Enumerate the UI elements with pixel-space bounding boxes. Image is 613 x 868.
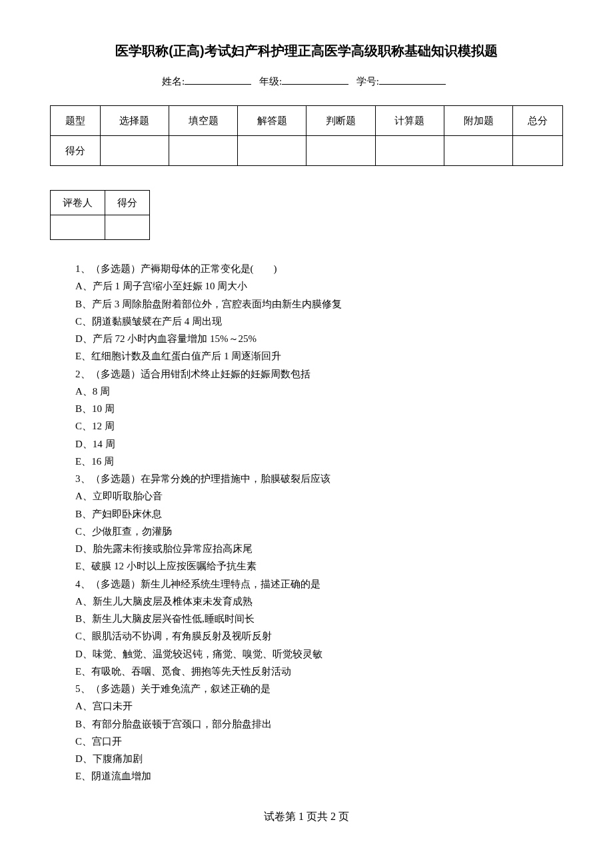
- table-row: 评卷人 得分: [51, 191, 150, 215]
- table-row: [51, 215, 150, 240]
- grader-score-cell[interactable]: [105, 215, 150, 240]
- table-row: 题型 选择题 填空题 解答题 判断题 计算题 附加题 总分: [51, 106, 563, 136]
- question-line: B、新生儿大脑皮层兴奋性低,睡眠时间长: [75, 610, 563, 627]
- question-line: A、立即听取胎心音: [75, 487, 563, 505]
- question-line: 2、（多选题）适合用钳刮术终止妊娠的妊娠周数包括: [75, 365, 563, 383]
- questions-block: 1、（多选题）产褥期母体的正常变化是( ) A、产后 1 周子宫缩小至妊娠 10…: [75, 260, 563, 785]
- question-line: E、有吸吮、吞咽、觅食、拥抱等先天性反射活动: [75, 663, 563, 680]
- question-line: C、宫口开: [75, 733, 563, 750]
- name-blank[interactable]: [185, 74, 251, 85]
- header-cell: 附加题: [444, 106, 513, 136]
- question-line: C、12 周: [75, 417, 563, 435]
- question-line: B、产后 3 周除胎盘附着部位外，宫腔表面均由新生内膜修复: [75, 295, 563, 313]
- header-cell: 题型: [51, 106, 101, 136]
- header-cell: 解答题: [238, 106, 306, 136]
- question-line: 5、（多选题）关于难免流产，叙述正确的是: [75, 680, 563, 697]
- id-label: 学号:: [356, 76, 379, 87]
- question-line: D、产后 72 小时内血容量增加 15%～25%: [75, 330, 563, 347]
- question-line: A、产后 1 周子宫缩小至妊娠 10 周大小: [75, 277, 563, 295]
- question-line: E、破膜 12 小时以上应按医嘱给予抗生素: [75, 557, 563, 575]
- score-cell[interactable]: [444, 136, 513, 166]
- question-line: D、胎先露未衔接或胎位异常应抬高床尾: [75, 540, 563, 557]
- header-cell: 选择题: [100, 106, 169, 136]
- id-blank[interactable]: [379, 74, 446, 85]
- question-line: C、阴道黏膜皱襞在产后 4 周出现: [75, 313, 563, 330]
- question-line: D、14 周: [75, 435, 563, 453]
- question-line: B、产妇即卧床休息: [75, 505, 563, 523]
- question-line: 3、（多选题）在异常分娩的护理措施中，胎膜破裂后应该: [75, 470, 563, 487]
- question-line: E、16 周: [75, 453, 563, 470]
- question-line: C、少做肛查，勿灌肠: [75, 523, 563, 540]
- question-line: B、有部分胎盘嵌顿于宫颈口，部分胎盘排出: [75, 715, 563, 733]
- name-label: 姓名:: [162, 76, 185, 87]
- score-cell[interactable]: [169, 136, 237, 166]
- table-row: 得分: [51, 136, 563, 166]
- question-line: 4、（多选题）新生儿神经系统生理特点，描述正确的是: [75, 575, 563, 593]
- question-line: A、宫口未开: [75, 697, 563, 715]
- score-cell[interactable]: [100, 136, 169, 166]
- grader-label: 评卷人: [51, 191, 105, 215]
- question-line: A、新生儿大脑皮层及椎体束未发育成熟: [75, 593, 563, 610]
- student-info-row: 姓名: 年级: 学号:: [50, 73, 563, 89]
- score-cell[interactable]: [513, 136, 563, 166]
- header-cell: 判断题: [306, 106, 375, 136]
- grader-score-label: 得分: [105, 191, 150, 215]
- score-table: 题型 选择题 填空题 解答题 判断题 计算题 附加题 总分 得分: [50, 105, 563, 166]
- question-line: E、红细胞计数及血红蛋白值产后 1 周逐渐回升: [75, 347, 563, 365]
- page-title: 医学职称(正高)考试妇产科护理正高医学高级职称基础知识模拟题: [50, 40, 563, 61]
- question-line: B、10 周: [75, 400, 563, 417]
- question-line: D、下腹痛加剧: [75, 750, 563, 767]
- grade-blank[interactable]: [282, 74, 348, 85]
- grade-label: 年级:: [259, 76, 282, 87]
- score-cell[interactable]: [375, 136, 444, 166]
- grader-cell[interactable]: [51, 215, 105, 240]
- header-cell: 总分: [513, 106, 563, 136]
- question-line: 1、（多选题）产褥期母体的正常变化是( ): [75, 260, 563, 277]
- question-line: C、眼肌活动不协调，有角膜反射及视听反射: [75, 627, 563, 645]
- question-line: A、8 周: [75, 383, 563, 400]
- header-cell: 计算题: [375, 106, 444, 136]
- score-cell[interactable]: [238, 136, 306, 166]
- score-label-cell: 得分: [51, 136, 101, 166]
- score-cell[interactable]: [306, 136, 375, 166]
- question-line: E、阴道流血增加: [75, 767, 563, 785]
- header-cell: 填空题: [169, 106, 237, 136]
- question-line: D、味觉、触觉、温觉较迟钝，痛觉、嗅觉、听觉较灵敏: [75, 645, 563, 663]
- grader-table: 评卷人 得分: [50, 190, 150, 240]
- page-footer: 试卷第 1 页共 2 页: [50, 808, 563, 825]
